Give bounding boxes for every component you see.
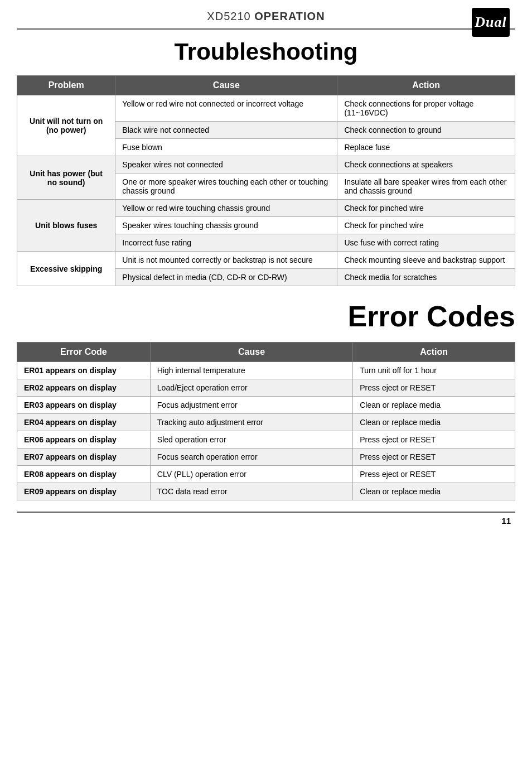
error-code-cell: ER08 appears on display <box>17 466 151 483</box>
action-cell: Replace fuse <box>337 139 515 156</box>
cause-cell: Black wire not connected <box>115 122 337 139</box>
error-cause-header: Cause <box>150 343 352 362</box>
error-cause-cell: Focus adjustment error <box>150 397 352 414</box>
error-cause-cell: TOC data read error <box>150 483 352 500</box>
error-codes-title: Error Codes <box>0 292 532 342</box>
cause-cell: Incorrect fuse rating <box>115 234 337 252</box>
error-action-cell: Clean or replace media <box>353 483 515 500</box>
table-row: Excessive skippingUnit is not mounted co… <box>17 252 515 269</box>
table-row: Unit blows fusesYellow or red wire touch… <box>17 200 515 217</box>
cause-cell: Speaker wires not connected <box>115 156 337 173</box>
error-action-header: Action <box>353 343 515 362</box>
action-cell: Check connections for proper voltage (11… <box>337 95 515 122</box>
problem-cell: Unit has power (but no sound) <box>17 156 115 200</box>
table-row: Unit has power (but no sound)Speaker wir… <box>17 156 515 173</box>
page: XD5210 OPERATION Dual Troubleshooting Pr… <box>0 0 532 781</box>
problem-header: Problem <box>17 76 115 95</box>
error-action-cell: Press eject or RESET <box>353 431 515 449</box>
problem-cell: Excessive skipping <box>17 252 115 286</box>
problem-cell: Unit will not turn on (no power) <box>17 95 115 156</box>
table-row: ER01 appears on displayHigh internal tem… <box>17 362 515 379</box>
error-action-cell: Clean or replace media <box>353 414 515 431</box>
operation-label: OPERATION <box>254 10 325 22</box>
action-cell: Check connection to ground <box>337 122 515 139</box>
error-action-cell: Press eject or RESET <box>353 379 515 397</box>
action-header: Action <box>337 76 515 95</box>
error-code-cell: ER09 appears on display <box>17 483 151 500</box>
cause-cell: Yellow or red wire not connected or inco… <box>115 95 337 122</box>
error-cause-cell: High internal temperature <box>150 362 352 379</box>
error-cause-cell: Tracking auto adjustment error <box>150 414 352 431</box>
action-cell: Check media for scratches <box>337 269 515 286</box>
dual-logo: Dual <box>472 8 510 37</box>
troubleshooting-table: Problem Cause Action Unit will not turn … <box>17 75 515 286</box>
error-action-cell: Press eject or RESET <box>353 466 515 483</box>
error-action-cell: Clean or replace media <box>353 397 515 414</box>
error-codes-table: Error Code Cause Action ER01 appears on … <box>17 342 515 500</box>
troubleshooting-table-wrapper: Problem Cause Action Unit will not turn … <box>0 75 532 286</box>
table-row: Unit will not turn on (no power)Yellow o… <box>17 95 515 122</box>
action-cell: Use fuse with correct rating <box>337 234 515 252</box>
page-number: 11 <box>0 513 532 526</box>
table-row: ER03 appears on displayFocus adjustment … <box>17 397 515 414</box>
action-cell: Insulate all bare speaker wires from eac… <box>337 173 515 200</box>
cause-cell: Physical defect in media (CD, CD-R or CD… <box>115 269 337 286</box>
table-row: ER04 appears on displayTracking auto adj… <box>17 414 515 431</box>
problem-cell: Unit blows fuses <box>17 200 115 252</box>
error-cause-cell: Load/Eject operation error <box>150 379 352 397</box>
table-row: ER07 appears on displayFocus search oper… <box>17 449 515 466</box>
error-code-cell: ER01 appears on display <box>17 362 151 379</box>
error-code-cell: ER06 appears on display <box>17 431 151 449</box>
action-cell: Check for pinched wire <box>337 217 515 234</box>
error-cause-cell: Focus search operation error <box>150 449 352 466</box>
cause-cell: Fuse blown <box>115 139 337 156</box>
model-number: XD5210 <box>207 10 254 22</box>
header-title: XD5210 OPERATION <box>207 10 325 23</box>
table-row: ER06 appears on displaySled operation er… <box>17 431 515 449</box>
error-code-cell: ER07 appears on display <box>17 449 151 466</box>
error-cause-cell: CLV (PLL) operation error <box>150 466 352 483</box>
cause-cell: Unit is not mounted correctly or backstr… <box>115 252 337 269</box>
header: XD5210 OPERATION Dual <box>0 0 532 28</box>
error-codes-table-wrapper: Error Code Cause Action ER01 appears on … <box>0 342 532 500</box>
cause-cell: One or more speaker wires touching each … <box>115 173 337 200</box>
cause-cell: Speaker wires touching chassis ground <box>115 217 337 234</box>
error-action-cell: Press eject or RESET <box>353 449 515 466</box>
action-cell: Check mounting sleeve and backstrap supp… <box>337 252 515 269</box>
table-row: ER09 appears on displayTOC data read err… <box>17 483 515 500</box>
error-cause-cell: Sled operation error <box>150 431 352 449</box>
table-row: ER08 appears on displayCLV (PLL) operati… <box>17 466 515 483</box>
error-action-cell: Turn unit off for 1 hour <box>353 362 515 379</box>
cause-cell: Yellow or red wire touching chassis grou… <box>115 200 337 217</box>
troubleshooting-title: Troubleshooting <box>0 30 532 75</box>
error-code-cell: ER04 appears on display <box>17 414 151 431</box>
error-codes-header-row: Error Code Cause Action <box>17 343 515 362</box>
action-cell: Check for pinched wire <box>337 200 515 217</box>
cause-header: Cause <box>115 76 337 95</box>
error-code-cell: ER03 appears on display <box>17 397 151 414</box>
logo-text: Dual <box>475 14 506 31</box>
error-code-cell: ER02 appears on display <box>17 379 151 397</box>
table-row: ER02 appears on displayLoad/Eject operat… <box>17 379 515 397</box>
error-code-header: Error Code <box>17 343 151 362</box>
troubleshooting-header-row: Problem Cause Action <box>17 76 515 95</box>
action-cell: Check connections at speakers <box>337 156 515 173</box>
